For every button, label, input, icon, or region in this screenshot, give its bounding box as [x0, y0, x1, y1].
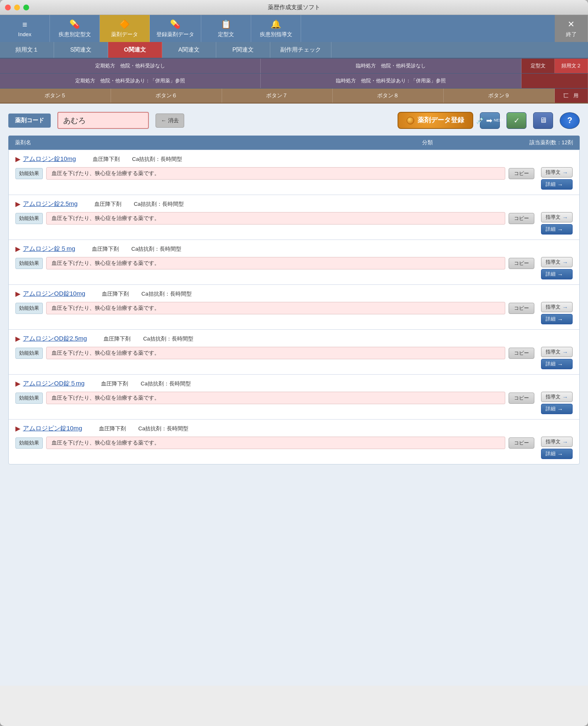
maximize-button[interactable] — [23, 5, 29, 10]
btn-regular-yes[interactable]: 定期処方 他院・他科受診あり：「併用薬」参照 — [0, 74, 261, 88]
register-button[interactable]: 薬剤データ登録 — [398, 112, 473, 129]
drug-side-buttons: 指導文 → 詳細 → — [541, 347, 573, 369]
btn-temp-yes[interactable]: 臨時処方 他院・他科受診あり：「併用薬」参照 — [261, 74, 521, 88]
drug-item: ▶ アムロジンOD錠５mg 血圧降下剤 Ca拮抗剤：長時間型 効能効果 血圧を下… — [9, 375, 579, 420]
nav-preset[interactable]: 📋 定型文 — [201, 15, 251, 42]
btn9[interactable]: ボタン９ — [444, 89, 555, 103]
copy-button[interactable]: コピー — [509, 393, 534, 404]
drug-body: 効能効果 血圧を下げたり、狭心症を治療する薬です。 コピー 指導文 → 詳細 → — [15, 257, 573, 279]
index-icon: ≡ — [22, 20, 27, 30]
drug-bullet: ▶ — [15, 155, 20, 163]
drug-bullet: ▶ — [15, 425, 20, 432]
drug-class: 血圧降下剤 Ca拮抗剤：長時間型 — [104, 335, 193, 343]
btn-enclosed[interactable]: 匸 用 — [555, 89, 588, 103]
nav-disease-preset-label: 疾患別定型文 — [59, 31, 91, 38]
copy-button[interactable]: コピー — [509, 168, 534, 179]
drug-details: 効能効果 血圧を下げたり、狭心症を治療する薬です。 コピー — [15, 257, 534, 269]
copy-button[interactable]: コピー — [509, 213, 534, 224]
guide-button[interactable]: 指導文 → — [541, 392, 573, 402]
detail-arrow-icon: → — [557, 451, 563, 457]
detail-arrow-icon: → — [557, 361, 563, 368]
drug-name[interactable]: アムロジン錠10mg — [23, 155, 76, 163]
drug-bullet: ▶ — [15, 380, 20, 388]
drug-class1: 血圧降下剤 — [102, 290, 129, 298]
tab-freq1[interactable]: 頻用文１ — [0, 42, 54, 58]
tab-p-related[interactable]: P関連文 — [216, 42, 270, 58]
effect-label: 効能効果 — [15, 258, 43, 269]
effect-label: 効能効果 — [15, 303, 43, 314]
btn-regular-no[interactable]: 定期処方 他院・他科受診なし — [0, 59, 261, 73]
drug-class1: 血圧降下剤 — [92, 245, 119, 253]
guide-button[interactable]: 指導文 → — [541, 167, 573, 178]
tab-side-effect[interactable]: 副作用チェック — [270, 42, 331, 58]
nav-close[interactable]: ✕ 終了 — [555, 15, 588, 42]
close-nav-icon: ✕ — [568, 19, 575, 29]
detail-button[interactable]: 詳細 → — [541, 359, 573, 369]
copy-button[interactable]: コピー — [509, 258, 534, 269]
drug-class: 血圧降下剤 Ca拮抗剤：長時間型 — [92, 245, 182, 253]
detail-button[interactable]: 詳細 → — [541, 269, 573, 279]
detail-button[interactable]: 詳細 → — [541, 179, 573, 190]
drug-name[interactable]: アムロジンOD錠10mg — [23, 290, 85, 298]
detail-button[interactable]: 詳細 → — [541, 224, 573, 235]
effect-text: 血圧を下げたり、狭心症を治療する薬です。 — [46, 347, 505, 359]
nav-disease-guide-label: 疾患別指導文 — [260, 31, 292, 38]
detail-button[interactable]: 詳細 → — [541, 449, 573, 459]
guide-button[interactable]: 指導文 → — [541, 437, 573, 447]
btn5[interactable]: ボタン５ — [0, 89, 111, 103]
drug-bullet: ▶ — [15, 335, 20, 343]
tab-s-related[interactable]: S関連文 — [54, 42, 108, 58]
btn-teikei[interactable]: 定型文 — [521, 59, 555, 73]
copy-button[interactable]: コピー — [509, 348, 534, 359]
guide-arrow-icon: → — [562, 439, 568, 445]
effect-label: 効能効果 — [15, 213, 43, 224]
nav-disease-guide[interactable]: 🔔 疾患別指導文 — [251, 15, 301, 42]
nav-registered-drug[interactable]: 💊 登録薬剤データ — [150, 15, 201, 42]
btn-side-placeholder[interactable] — [521, 74, 588, 88]
minimize-button[interactable] — [14, 5, 20, 10]
help-button[interactable]: ? — [560, 112, 580, 129]
close-button[interactable] — [5, 5, 11, 10]
tab-a-related[interactable]: A関連文 — [162, 42, 216, 58]
nav-disease-preset[interactable]: 💊 疾患別定型文 — [50, 15, 100, 42]
search-code-label: 薬剤コード — [8, 114, 51, 128]
guide-label: 指導文 — [546, 169, 561, 176]
btn-temp-no[interactable]: 臨時処方 他院・他科受診なし — [261, 59, 521, 73]
clear-button[interactable]: ← 消去 — [156, 114, 184, 128]
drug-class: 血圧降下剤 Ca拮抗剤：長時間型 — [99, 425, 189, 432]
guide-label: 指導文 — [546, 304, 561, 311]
next-button[interactable]: 💉 ➡ NEXT — [480, 112, 500, 129]
disease-preset-icon: 💊 — [69, 19, 80, 29]
tab-o-related[interactable]: O関連文 — [108, 42, 162, 58]
next-label: NEXT — [494, 119, 504, 122]
copy-button[interactable]: コピー — [509, 303, 534, 314]
btn-freq2[interactable]: 頻用文２ — [555, 59, 588, 73]
effect-label: 効能効果 — [15, 168, 43, 179]
guide-button[interactable]: 指導文 → — [541, 257, 573, 267]
nav-drug-data[interactable]: 🔶 薬剤データ — [100, 15, 150, 42]
detail-button[interactable]: 詳細 → — [541, 314, 573, 324]
btn8[interactable]: ボタン８ — [333, 89, 444, 103]
copy-button[interactable]: コピー — [509, 437, 534, 449]
guide-button[interactable]: 指導文 → — [541, 212, 573, 222]
btn7[interactable]: ボタン７ — [222, 89, 333, 103]
drug-bullet: ▶ — [15, 200, 20, 208]
drug-name[interactable]: アムロジピン錠10mg — [23, 425, 82, 432]
drug-name[interactable]: アムロジン錠2.5mg — [23, 200, 78, 208]
guide-arrow-icon: → — [562, 259, 568, 266]
guide-button[interactable]: 指導文 → — [541, 347, 573, 357]
drug-item: ▶ アムロジンOD錠2.5mg 血圧降下剤 Ca拮抗剤：長時間型 効能効果 血圧… — [9, 330, 579, 375]
btn6[interactable]: ボタン６ — [111, 89, 222, 103]
drug-side-buttons: 指導文 → 詳細 → — [541, 392, 573, 414]
guide-button[interactable]: 指導文 → — [541, 302, 573, 312]
drug-name[interactable]: アムロジン錠５mg — [23, 245, 75, 253]
monitor-button[interactable]: 🖥 — [533, 112, 553, 129]
drug-item: ▶ アムロジピン錠10mg 血圧降下剤 Ca拮抗剤：長時間型 効能効果 血圧を下… — [9, 420, 579, 464]
drug-name[interactable]: アムロジンOD錠５mg — [23, 380, 84, 388]
nav-index[interactable]: ≡ Index — [0, 15, 50, 42]
check-button[interactable]: ✓ — [506, 112, 526, 129]
search-input[interactable] — [57, 112, 149, 129]
drug-name[interactable]: アムロジンOD錠2.5mg — [23, 335, 87, 343]
detail-button[interactable]: 詳細 → — [541, 404, 573, 414]
guide-label: 指導文 — [546, 438, 561, 445]
